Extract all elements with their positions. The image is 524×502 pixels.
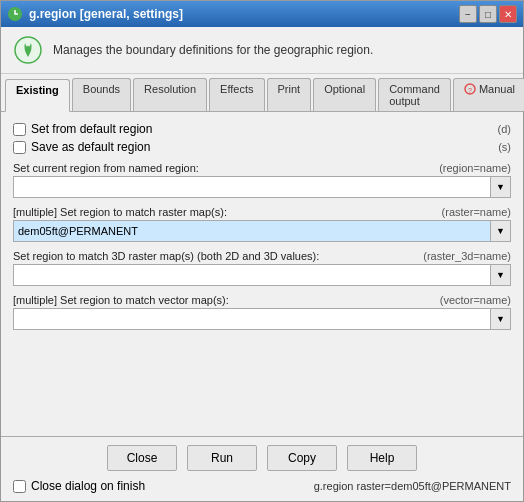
named-region-input-container: ▼	[13, 176, 511, 198]
title-bar: g.region [general, settings] − □ ✕	[1, 1, 523, 27]
tab-bounds[interactable]: Bounds	[72, 78, 131, 111]
tab-optional[interactable]: Optional	[313, 78, 376, 111]
raster-map-param: (raster=name)	[442, 206, 511, 218]
raster-3d-dropdown-btn[interactable]: ▼	[491, 264, 511, 286]
window-title: g.region [general, settings]	[29, 7, 183, 21]
app-icon	[7, 6, 23, 22]
status-bar: g.region raster=dem05ft@PERMANENT	[314, 480, 511, 492]
description-text: Manages the boundary definitions for the…	[53, 43, 373, 57]
footer: Close Run Copy Help Close dialog on fini…	[1, 436, 523, 501]
raster-map-dropdown-btn[interactable]: ▼	[491, 220, 511, 242]
save-default-region-row: Save as default region (s)	[13, 140, 511, 154]
set-default-region-checkbox[interactable]	[13, 123, 26, 136]
save-default-region-checkbox[interactable]	[13, 141, 26, 154]
set-default-region-shortcut: (d)	[498, 123, 511, 135]
raster-3d-input-container: ▼	[13, 264, 511, 286]
vector-map-input[interactable]	[13, 308, 491, 330]
close-dialog-checkbox[interactable]	[13, 480, 26, 493]
vector-map-param: (vector=name)	[440, 294, 511, 306]
footer-bottom: Close dialog on finish g.region raster=d…	[13, 479, 511, 493]
raster-3d-label-row: Set region to match 3D raster map(s) (bo…	[13, 250, 511, 262]
maximize-button[interactable]: □	[479, 5, 497, 23]
help-button[interactable]: Help	[347, 445, 417, 471]
tab-command-output[interactable]: Command output	[378, 78, 451, 111]
raster-map-input-container: ▼	[13, 220, 511, 242]
set-default-region-row: Set from default region (d)	[13, 122, 511, 136]
grass-logo-icon	[13, 35, 43, 65]
vector-map-input-container: ▼	[13, 308, 511, 330]
close-dialog-label: Close dialog on finish	[31, 479, 145, 493]
manual-icon: ?	[464, 83, 476, 95]
save-default-region-label: Save as default region	[31, 140, 150, 154]
run-button[interactable]: Run	[187, 445, 257, 471]
main-window: g.region [general, settings] − □ ✕ Manag…	[0, 0, 524, 502]
header-description: Manages the boundary definitions for the…	[1, 27, 523, 74]
tab-existing[interactable]: Existing	[5, 79, 70, 112]
save-default-region-shortcut: (s)	[498, 141, 511, 153]
raster-map-label: [multiple] Set region to match raster ma…	[13, 206, 227, 218]
raster-map-input[interactable]	[13, 220, 491, 242]
vector-map-label-row: [multiple] Set region to match vector ma…	[13, 294, 511, 306]
tabs-bar: Existing Bounds Resolution Effects Print…	[1, 74, 523, 112]
copy-button[interactable]: Copy	[267, 445, 337, 471]
set-default-region-label: Set from default region	[31, 122, 152, 136]
close-button[interactable]: Close	[107, 445, 177, 471]
tab-manual[interactable]: ? Manual	[453, 78, 524, 111]
minimize-button[interactable]: −	[459, 5, 477, 23]
window-close-button[interactable]: ✕	[499, 5, 517, 23]
vector-map-dropdown-btn[interactable]: ▼	[491, 308, 511, 330]
footer-buttons: Close Run Copy Help	[13, 445, 511, 471]
named-region-dropdown-btn[interactable]: ▼	[491, 176, 511, 198]
named-region-input[interactable]	[13, 176, 491, 198]
raster-map-label-row: [multiple] Set region to match raster ma…	[13, 206, 511, 218]
tab-content-existing: Set from default region (d) Save as defa…	[1, 112, 523, 436]
raster-3d-input[interactable]	[13, 264, 491, 286]
tab-print[interactable]: Print	[267, 78, 312, 111]
tab-resolution[interactable]: Resolution	[133, 78, 207, 111]
window-controls: − □ ✕	[459, 5, 517, 23]
named-region-label: Set current region from named region:	[13, 162, 199, 174]
raster-3d-label: Set region to match 3D raster map(s) (bo…	[13, 250, 319, 262]
svg-text:?: ?	[468, 87, 472, 94]
close-dialog-row: Close dialog on finish	[13, 479, 145, 493]
named-region-param: (region=name)	[439, 162, 511, 174]
named-region-label-row: Set current region from named region: (r…	[13, 162, 511, 174]
raster-3d-param: (raster_3d=name)	[423, 250, 511, 262]
tab-effects[interactable]: Effects	[209, 78, 264, 111]
vector-map-label: [multiple] Set region to match vector ma…	[13, 294, 229, 306]
